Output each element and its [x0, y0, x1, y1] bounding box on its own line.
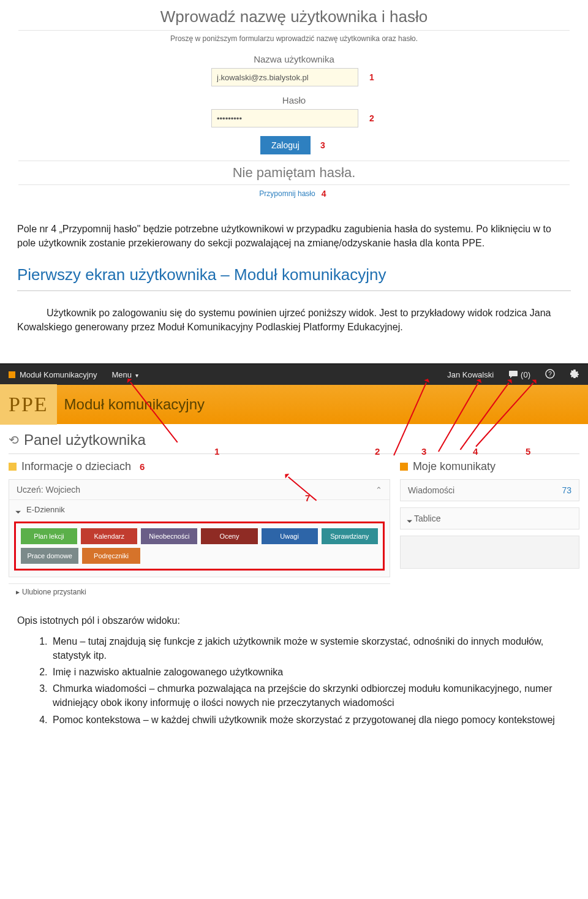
panel-title: Panel użytkownika [24, 431, 146, 449]
section-heading: Pierwszy ekran użytkownika – Moduł komun… [17, 264, 571, 291]
annotation-2: 2 [369, 113, 377, 123]
triangle-down-icon [408, 514, 414, 523]
panel-orange-header: PPE Moduł komunikacyjny [0, 385, 588, 424]
tile-nieobecnosci[interactable]: Nieobecności [141, 528, 197, 544]
tablice-label: Tablice [414, 514, 441, 523]
annotation-4: 4 [322, 189, 329, 199]
tablice-item[interactable]: Tablice [400, 507, 579, 529]
messages-item[interactable]: Wiadomości 73 [400, 479, 579, 501]
login-title: Wprowadź nazwę użytkownika i hasło [18, 7, 570, 31]
triangle-down-icon [17, 505, 23, 514]
paragraph-intro: Użytkownik po zalogowaniu się do systemu… [17, 306, 571, 334]
username-label: Nazwa użytkownika [18, 54, 570, 64]
login-form-screenshot: Wprowadź nazwę użytkownika i hasło Prosz… [0, 0, 588, 210]
description-list: Menu – tutaj znajdują się funkcje z jaki… [17, 634, 571, 727]
current-user-name[interactable]: Jan Kowalski [447, 370, 494, 379]
help-icon[interactable]: ? [545, 369, 555, 381]
annotation-6: 6 [140, 461, 145, 472]
panel-top-bar: Moduł Komunikacyjny Menu Jan Kowalski (0… [0, 364, 588, 385]
login-button[interactable]: Zaloguj [260, 136, 311, 154]
square-icon [400, 463, 408, 471]
svg-text:?: ? [548, 371, 552, 377]
login-subtitle: Proszę w poniższym formularzu wprowadzić… [18, 34, 570, 43]
gear-icon[interactable] [570, 369, 579, 381]
list-item-3: Chmurka wiadomości – chmurka pozwalająca… [50, 681, 571, 710]
tile-plan-lekcji[interactable]: Plan lekcji [21, 528, 77, 544]
triangle-right-icon [16, 588, 22, 596]
ppe-logo: PPE [0, 384, 57, 425]
right-column-title: Moje komunikaty [413, 460, 496, 473]
bottom-cut-label[interactable]: Ulubione przystanki [22, 588, 86, 596]
user-panel-screenshot: Moduł Komunikacyjny Menu Jan Kowalski (0… [0, 363, 588, 602]
messages-label: Wiadomości [408, 485, 454, 495]
collapse-icon[interactable] [375, 485, 382, 495]
placeholder-box [400, 536, 579, 569]
left-column-title: Informacje o dzieciach [21, 460, 131, 473]
tile-prace-domowe[interactable]: Prace domowe [21, 548, 78, 564]
tile-podreczniki[interactable]: Podręczniki [82, 548, 140, 564]
menu-dropdown[interactable]: Menu [111, 370, 138, 379]
student-label: Uczeń: Wojciech [17, 485, 80, 495]
brand-label: Moduł Komunikacyjny [9, 370, 97, 379]
list-item-2: Imię i nazwisko aktualnie zalogowanego u… [50, 665, 571, 679]
list-item-1: Menu – tutaj znajdują się funkcje z jaki… [50, 634, 571, 662]
ediary-label[interactable]: E-Dziennik [26, 505, 65, 514]
remind-password-link[interactable]: Przypomnij hasło [259, 189, 315, 198]
list-intro: Opis istotnych pól i obszarów widoku: [17, 613, 571, 628]
tile-kalendarz[interactable]: Kalendarz [81, 528, 137, 544]
password-label: Hasło [18, 95, 570, 105]
brand-square-icon [9, 371, 15, 378]
module-title: Moduł komunikacyjny [64, 396, 205, 413]
list-item-4: Pomoc kontekstowa – w każdej chwili użyt… [50, 713, 571, 727]
password-input[interactable] [211, 109, 358, 127]
messages-icon[interactable]: (0) [508, 370, 530, 379]
tile-sprawdziany[interactable]: Sprawdziany [322, 528, 378, 544]
tile-uwagi[interactable]: Uwagi [262, 528, 318, 544]
annotation-3: 3 [320, 140, 328, 150]
ediary-tiles: Plan lekcji Kalendarz Nieobecności Oceny… [14, 522, 385, 571]
messages-count-value: 73 [562, 485, 571, 495]
square-icon [9, 463, 17, 471]
username-input[interactable] [211, 68, 358, 86]
paragraph-pole4: Pole nr 4 „Przypomnij hasło" będzie potr… [17, 222, 571, 250]
back-icon[interactable]: ⟲ [9, 433, 19, 447]
annotation-1: 1 [369, 72, 377, 82]
messages-count: (0) [521, 370, 530, 379]
forgot-password-title: Nie pamiętam hasła. [18, 161, 570, 185]
student-card: Uczeń: Wojciech E-Dziennik Plan lekcji K… [9, 479, 390, 577]
tile-oceny[interactable]: Oceny [201, 528, 257, 544]
